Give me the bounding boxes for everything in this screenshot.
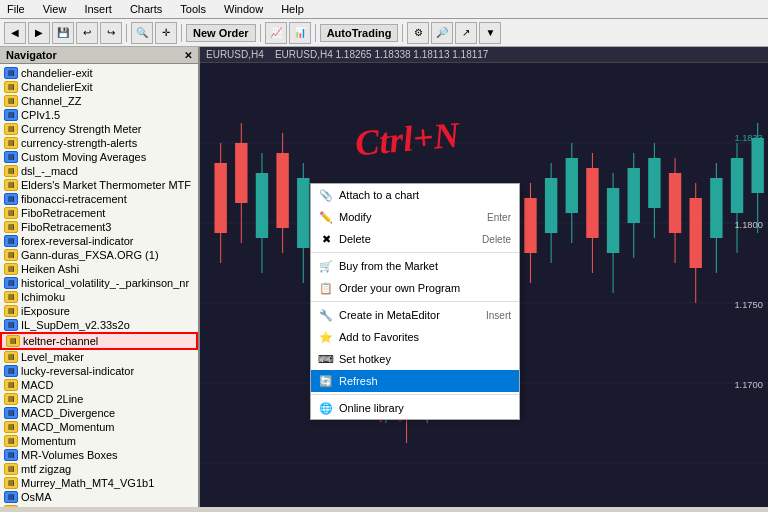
toolbar-btn-zoom-in[interactable]: 🔍 — [131, 22, 153, 44]
nav-item-label: MACD — [21, 379, 53, 391]
context-menu-separator — [311, 252, 519, 253]
nav-item[interactable]: ▤dsl_-_macd — [0, 164, 198, 178]
nav-item-label: ChandelierExit — [21, 81, 93, 93]
nav-item-icon: ▤ — [4, 193, 18, 205]
context-menu-item-label: Create in MetaEditor — [339, 309, 440, 321]
context-menu-item-online[interactable]: 🌐Online library — [311, 397, 519, 419]
nav-item[interactable]: ▤ChandelierExit — [0, 80, 198, 94]
nav-item[interactable]: ▤historical_volatility_-_parkinson_nr — [0, 276, 198, 290]
nav-item[interactable]: ▤iExposure — [0, 304, 198, 318]
cart-icon: 🛒 — [319, 259, 333, 273]
toolbar-btn-chart[interactable]: 📈 — [265, 22, 287, 44]
context-menu-item-order[interactable]: 📋Order your own Program — [311, 277, 519, 299]
nav-item[interactable]: ▤OsMA — [0, 490, 198, 504]
context-menu-item-attach[interactable]: 📎Attach to a chart — [311, 184, 519, 206]
menu-view[interactable]: View — [40, 2, 70, 16]
toolbar-btn-more[interactable]: ▼ — [479, 22, 501, 44]
menu-help[interactable]: Help — [278, 2, 307, 16]
nav-item-icon: ▤ — [4, 379, 18, 391]
svg-rect-53 — [690, 198, 702, 268]
nav-item[interactable]: ▤Custom Moving Averages — [0, 150, 198, 164]
svg-text:1.1833: 1.1833 — [734, 133, 762, 143]
nav-item[interactable]: ▤Gann-duras_FXSA.ORG (1) — [0, 248, 198, 262]
nav-item[interactable]: ▤forex-reversal-indicator — [0, 234, 198, 248]
nav-item-icon: ▤ — [4, 407, 18, 419]
hotkey-icon: ⌨ — [319, 352, 333, 366]
nav-item[interactable]: ▤mtf zigzag — [0, 462, 198, 476]
context-menu-item-hotkey[interactable]: ⌨Set hotkey — [311, 348, 519, 370]
toolbar-btn-indicators[interactable]: ⚙ — [407, 22, 429, 44]
nav-item[interactable]: ▤MR-Volumes Boxes — [0, 448, 198, 462]
context-menu-item-delete[interactable]: ✖DeleteDelete — [311, 228, 519, 250]
context-menu-item-refresh[interactable]: 🔄Refresh — [311, 370, 519, 392]
menu-window[interactable]: Window — [221, 2, 266, 16]
toolbar-btn-new[interactable]: ◀ — [4, 22, 26, 44]
toolbar-sep-2 — [181, 24, 182, 42]
nav-item-label: currency-strength-alerts — [21, 137, 137, 149]
nav-item[interactable]: ▤Currency Strength Meter — [0, 122, 198, 136]
nav-item-label: keltner-channel — [23, 335, 98, 347]
context-menu-item-create[interactable]: 🔧Create in MetaEditorInsert — [311, 304, 519, 326]
nav-item[interactable]: ▤fibonacci-retracement — [0, 192, 198, 206]
toolbar-new-order[interactable]: New Order — [186, 24, 256, 42]
nav-item-label: Custom Moving Averages — [21, 151, 146, 163]
nav-item[interactable]: ▤FiboRetracement — [0, 206, 198, 220]
nav-item[interactable]: ▤CPIv1.5 — [0, 108, 198, 122]
nav-item[interactable]: ▤MACD_Momentum — [0, 420, 198, 434]
nav-item[interactable]: ▤Momentum — [0, 434, 198, 448]
toolbar-btn-zoom[interactable]: 🔎 — [431, 22, 453, 44]
toolbar-btn-save[interactable]: 💾 — [52, 22, 74, 44]
nav-item[interactable]: ▤Elders's Market Thermometer MTF — [0, 178, 198, 192]
nav-item[interactable]: ▤Channel_ZZ — [0, 94, 198, 108]
menu-file[interactable]: File — [4, 2, 28, 16]
nav-item-label: Level_maker — [21, 351, 84, 363]
nav-item[interactable]: ▤FiboRetracement3 — [0, 220, 198, 234]
nav-item-label: FiboRetracement — [21, 207, 105, 219]
nav-item-icon: ▤ — [4, 435, 18, 447]
nav-item-label: MR-Volumes Boxes — [21, 449, 118, 461]
svg-rect-39 — [545, 178, 557, 233]
context-menu-shortcut: Insert — [486, 310, 511, 321]
nav-item[interactable]: ▤lucky-reversal-indicator — [0, 364, 198, 378]
svg-rect-37 — [524, 198, 536, 253]
toolbar-btn-arrow[interactable]: ↗ — [455, 22, 477, 44]
svg-rect-51 — [669, 173, 681, 233]
nav-item[interactable]: ▤MACD — [0, 378, 198, 392]
nav-item-label: CPIv1.5 — [21, 109, 60, 121]
chart-body[interactable]: 1.1833 1.1800 1.1750 1.1700 📎Attach to a… — [200, 63, 768, 503]
toolbar-btn-redo[interactable]: ↪ — [100, 22, 122, 44]
toolbar-btn-crosshair[interactable]: ✛ — [155, 22, 177, 44]
edit-icon: ✏️ — [319, 210, 333, 224]
navigator-panel: Navigator ✕ ▤chandelier-exit▤ChandelierE… — [0, 47, 200, 507]
menu-insert[interactable]: Insert — [81, 2, 115, 16]
nav-item[interactable]: ▤chandelier-exit — [0, 66, 198, 80]
nav-item[interactable]: ▤MACD_Divergence — [0, 406, 198, 420]
navigator-close-button[interactable]: ✕ — [184, 50, 192, 61]
chart-area[interactable]: EURUSD,H4 EURUSD,H4 1.18265 1.18338 1.18… — [200, 47, 768, 507]
context-menu-item-modify[interactable]: ✏️ModifyEnter — [311, 206, 519, 228]
nav-item-label: lucky-reversal-indicator — [21, 365, 134, 377]
nav-item[interactable]: ▤currency-strength-alerts — [0, 136, 198, 150]
nav-item[interactable]: ▤Ichimoku — [0, 290, 198, 304]
nav-item[interactable]: ▤Parabolic — [0, 504, 198, 507]
nav-item[interactable]: ▤Murrey_Math_MT4_VG1b1 — [0, 476, 198, 490]
context-menu-item-buy[interactable]: 🛒Buy from the Market — [311, 255, 519, 277]
nav-item[interactable]: ▤keltner-channel — [0, 332, 198, 350]
context-menu-item-favorites[interactable]: ⭐Add to Favorites — [311, 326, 519, 348]
nav-item[interactable]: ▤MACD 2Line — [0, 392, 198, 406]
toolbar-autotrading[interactable]: AutoTrading — [320, 24, 399, 42]
nav-item-label: iExposure — [21, 305, 70, 317]
nav-item-icon: ▤ — [4, 165, 18, 177]
toolbar-btn-undo[interactable]: ↩ — [76, 22, 98, 44]
toolbar-btn-open[interactable]: ▶ — [28, 22, 50, 44]
toolbar-btn-bar[interactable]: 📊 — [289, 22, 311, 44]
nav-item-icon: ▤ — [4, 249, 18, 261]
nav-item[interactable]: ▤Heiken Ashi — [0, 262, 198, 276]
svg-rect-47 — [628, 168, 640, 223]
svg-text:1.1800: 1.1800 — [734, 220, 762, 230]
nav-item[interactable]: ▤IL_SupDem_v2.33s2o — [0, 318, 198, 332]
nav-item[interactable]: ▤Level_maker — [0, 350, 198, 364]
nav-item-icon: ▤ — [6, 335, 20, 347]
menu-charts[interactable]: Charts — [127, 2, 165, 16]
menu-tools[interactable]: Tools — [177, 2, 209, 16]
